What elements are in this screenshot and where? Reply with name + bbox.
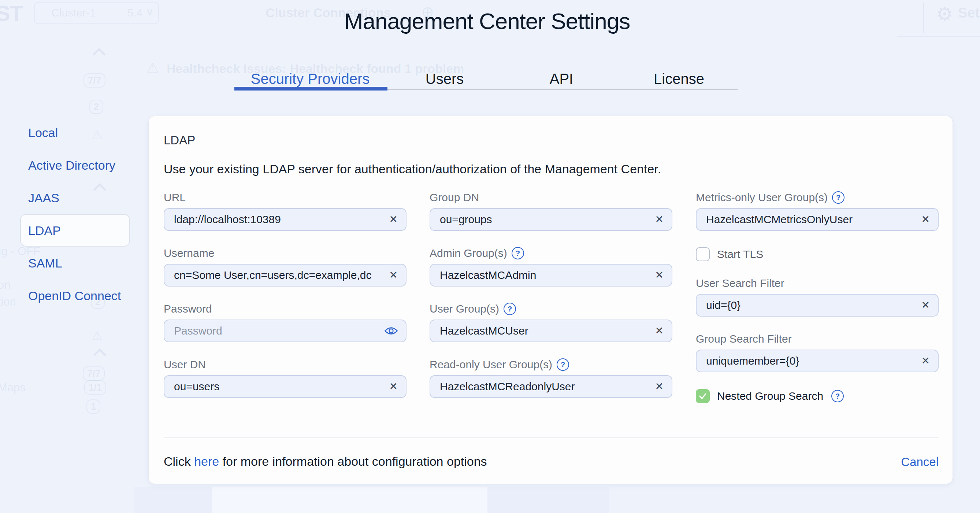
backdrop-badge: 7/7	[83, 73, 105, 88]
url-input-box: ✕	[164, 208, 407, 231]
warning-icon: ⚠	[146, 60, 159, 76]
help-icon[interactable]: ?	[557, 358, 569, 371]
metrics-groups-input[interactable]	[706, 209, 904, 230]
backdrop-divider-v	[923, 3, 924, 33]
clear-icon[interactable]: ✕	[921, 356, 930, 366]
field-user-dn: User DN ✕	[164, 359, 407, 398]
field-group-dn: Group DN ✕	[430, 192, 672, 231]
nested-group-search-row: Nested Group Search ?	[696, 389, 844, 403]
clear-icon[interactable]: ✕	[655, 381, 663, 392]
cluster-version: 5.4	[127, 6, 143, 19]
warning-icon: ⚠	[92, 127, 103, 142]
field-label: URL	[164, 192, 186, 203]
nav-item-openid-connect[interactable]: OpenID Connect	[28, 290, 121, 302]
tab-license[interactable]: License	[654, 71, 704, 87]
backdrop-table-block	[134, 488, 212, 513]
user-search-filter-input-box: ✕	[696, 294, 939, 317]
backdrop-badge: 1	[86, 400, 100, 414]
group-search-filter-input-box: ✕	[696, 350, 939, 372]
field-user-search-filter: User Search Filter ✕	[696, 278, 939, 317]
group-dn-input[interactable]	[440, 209, 637, 230]
help-icon[interactable]: ?	[831, 390, 844, 402]
field-label: User Group(s)	[430, 303, 499, 314]
field-username: Username ✕	[164, 248, 407, 287]
start-tls-checkbox[interactable]	[696, 247, 710, 261]
chevron-down-icon: ∨	[146, 5, 154, 18]
field-label: Metrics-only User Group(s)	[696, 192, 828, 203]
readonly-groups-input[interactable]	[440, 376, 637, 397]
show-password-eye-icon[interactable]	[384, 326, 398, 336]
user-groups-input-box: ✕	[430, 320, 672, 342]
field-metrics-groups: Metrics-only User Group(s) ? ✕	[696, 192, 939, 231]
backdrop-badge: 2	[89, 100, 103, 114]
footer-text: for more information about configuration…	[223, 454, 487, 468]
footer-help-text: Click here for more information about co…	[164, 454, 487, 468]
tab-api[interactable]: API	[550, 71, 573, 87]
field-group-search-filter: Group Search Filter ✕	[696, 333, 939, 372]
field-label: Username	[164, 248, 214, 259]
nav-item-saml[interactable]: SAML	[28, 257, 62, 269]
help-icon[interactable]: ?	[832, 191, 845, 204]
username-input[interactable]	[174, 264, 371, 286]
nav-item-local[interactable]: Local	[28, 126, 58, 139]
backdrop-caret-icon	[93, 183, 106, 196]
field-password: Password	[164, 303, 407, 342]
user-search-filter-input[interactable]	[706, 295, 904, 316]
nav-item-ldap[interactable]: LDAP	[28, 224, 61, 237]
field-label: User DN	[164, 359, 206, 370]
footer-text: Click	[164, 454, 191, 468]
start-tls-row: Start TLS	[696, 247, 763, 261]
help-icon[interactable]: ?	[504, 303, 516, 315]
clear-icon[interactable]: ✕	[655, 270, 663, 280]
tab-security-providers[interactable]: Security Providers	[251, 71, 370, 87]
field-url: URL ✕	[164, 192, 407, 231]
backdrop-item-fragment: tion	[0, 295, 16, 309]
admin-groups-input-box: ✕	[430, 264, 672, 287]
checkbox-label: Nested Group Search	[717, 390, 823, 402]
user-groups-input[interactable]	[440, 320, 637, 341]
here-link[interactable]: here	[194, 454, 219, 468]
help-icon[interactable]: ?	[512, 247, 524, 260]
clear-icon[interactable]: ✕	[921, 300, 930, 311]
card-heading: LDAP	[164, 133, 195, 147]
nav-item-active-directory[interactable]: Active Directory	[28, 159, 115, 172]
backdrop-table-block	[212, 488, 487, 513]
backdrop-item-fragment: Maps	[0, 381, 25, 394]
field-label: Group Search Filter	[696, 333, 792, 344]
gear-icon: ⚙	[936, 3, 953, 25]
admin-groups-input[interactable]	[440, 264, 637, 286]
password-input-box	[164, 320, 407, 342]
username-input-box: ✕	[164, 264, 407, 287]
backdrop-settings-fragment: Sett	[958, 5, 980, 21]
clear-icon[interactable]: ✕	[655, 214, 663, 225]
page-title: Management Center Settings	[344, 8, 630, 34]
group-search-filter-input[interactable]	[706, 350, 904, 371]
field-readonly-groups: Read-only User Group(s) ? ✕	[430, 359, 672, 398]
nav-item-jaas[interactable]: JAAS	[28, 192, 59, 204]
backdrop-table-block	[487, 488, 609, 513]
field-label: Admin Group(s)	[430, 248, 507, 259]
clear-icon[interactable]: ✕	[921, 214, 930, 225]
field-label: Group DN	[430, 192, 479, 203]
url-input[interactable]	[174, 209, 371, 230]
password-input[interactable]	[174, 320, 371, 341]
user-dn-input[interactable]	[174, 376, 371, 397]
clear-icon[interactable]: ✕	[389, 214, 398, 225]
active-tab-indicator	[234, 87, 387, 91]
backdrop-item-fragment: on	[0, 279, 10, 292]
clear-icon[interactable]: ✕	[389, 381, 398, 392]
readonly-groups-input-box: ✕	[430, 375, 672, 398]
clear-icon[interactable]: ✕	[655, 326, 663, 336]
field-user-groups: User Group(s) ? ✕	[430, 303, 672, 342]
warning-icon: ⚠	[92, 328, 103, 343]
backdrop-badge: 1/1	[84, 380, 106, 395]
group-dn-input-box: ✕	[430, 208, 672, 231]
cluster-name: Cluster-1	[51, 6, 96, 19]
management-center-settings-overlay: ST Cluster-1 5.4 ∨ Cluster Connections ⊕…	[0, 0, 980, 513]
tab-users[interactable]: Users	[426, 71, 464, 87]
cancel-button[interactable]: Cancel	[872, 455, 939, 469]
metrics-groups-input-box: ✕	[696, 208, 939, 231]
field-label: Password	[164, 303, 212, 314]
clear-icon[interactable]: ✕	[389, 270, 398, 280]
nested-group-search-checkbox[interactable]	[696, 389, 710, 403]
